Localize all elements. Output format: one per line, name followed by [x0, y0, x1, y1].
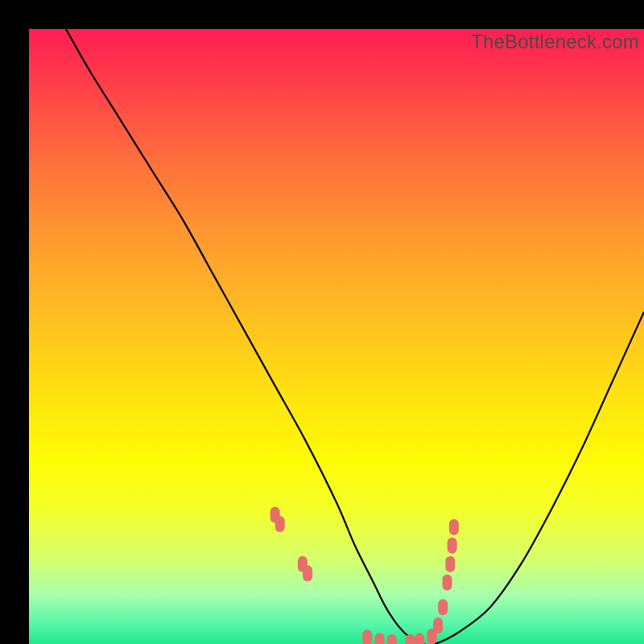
curve-marker — [445, 556, 455, 572]
curve-marker — [275, 516, 285, 532]
plot-area: TheBottleneck.com — [29, 29, 644, 644]
curve-marker — [303, 565, 312, 581]
curve-marker — [387, 634, 397, 644]
curve-marker — [415, 633, 424, 644]
curve-marker — [433, 617, 443, 634]
curve-marker — [406, 634, 415, 644]
marker-group — [270, 507, 459, 644]
curve-marker — [374, 633, 384, 644]
curve-marker — [438, 599, 448, 615]
curve-marker — [362, 630, 372, 644]
curve-marker — [448, 538, 457, 554]
chart-frame: TheBottleneck.com — [14, 14, 630, 630]
bottleneck-curve-svg — [29, 29, 644, 644]
curve-marker — [443, 575, 452, 591]
bottleneck-curve-path — [66, 29, 644, 644]
curve-marker — [449, 519, 459, 535]
